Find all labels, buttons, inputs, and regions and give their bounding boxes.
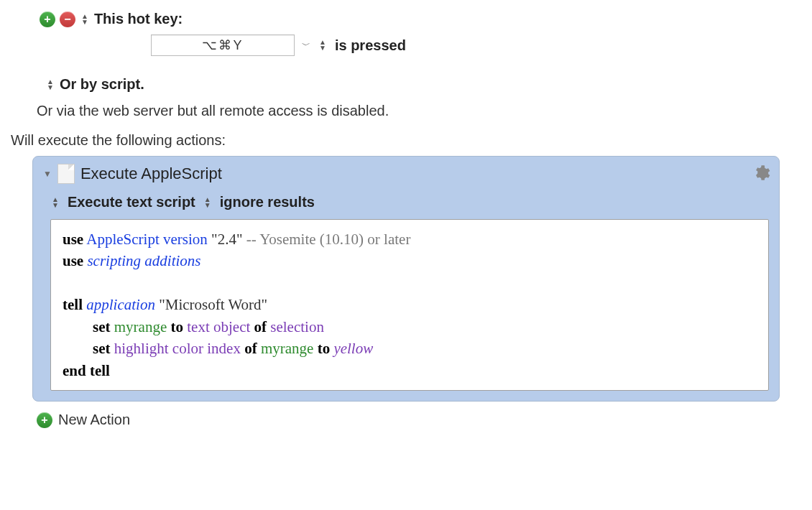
- action-card[interactable]: ▼ Execute AppleScript ▲▼ Execute text sc…: [32, 156, 780, 402]
- results-mode-label: ignore results: [220, 194, 315, 210]
- new-action-label: New Action: [58, 412, 130, 428]
- remote-access-label: Or via the web server but all remote acc…: [37, 103, 801, 119]
- this-hot-key-label: This hot key:: [94, 11, 183, 27]
- applescript-file-icon: [57, 164, 75, 184]
- execute-actions-header: Will execute the following actions:: [11, 132, 801, 149]
- orby-stepper[interactable]: ▲▼: [45, 78, 55, 92]
- remove-trigger-icon[interactable]: −: [60, 11, 75, 27]
- is-pressed-label: is pressed: [335, 37, 406, 54]
- new-action-button[interactable]: + New Action: [37, 412, 801, 428]
- orby-script-label: Or by script.: [60, 76, 144, 93]
- add-trigger-icon[interactable]: +: [40, 11, 55, 27]
- gear-icon[interactable]: [752, 164, 770, 182]
- trigger-type-stepper[interactable]: ▲▼: [80, 12, 90, 27]
- hotkey-input[interactable]: ⌥⌘Y: [151, 34, 295, 56]
- results-mode-stepper[interactable]: ▲▼: [203, 195, 213, 210]
- pressed-state-stepper[interactable]: ▲▼: [318, 38, 328, 52]
- disclosure-icon[interactable]: ▼: [43, 169, 52, 179]
- execute-mode-label: Execute text script: [68, 194, 195, 210]
- execute-mode-stepper[interactable]: ▲▼: [50, 195, 60, 210]
- add-action-icon[interactable]: +: [37, 412, 52, 428]
- hotkey-dropdown-icon[interactable]: ﹀: [302, 40, 310, 52]
- script-editor[interactable]: use AppleScript version "2.4" -- Yosemit…: [50, 219, 769, 391]
- action-title: Execute AppleScript: [80, 164, 222, 183]
